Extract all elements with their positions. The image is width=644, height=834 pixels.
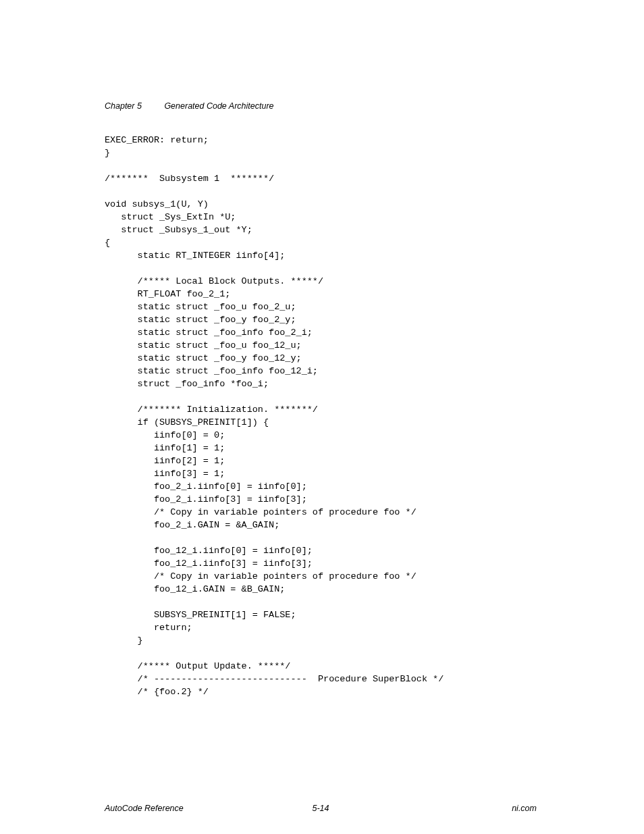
- page-container: Chapter 5 Generated Code Architecture EX…: [0, 0, 644, 834]
- chapter-title: Generated Code Architecture: [164, 101, 273, 111]
- chapter-label: Chapter 5: [105, 101, 142, 111]
- footer-page-number: 5-14: [312, 804, 329, 813]
- page-header: Chapter 5 Generated Code Architecture: [105, 101, 274, 111]
- footer-doc-title: AutoCode Reference: [105, 804, 184, 813]
- code-listing: EXEC_ERROR: return; } /******* Subsystem…: [105, 134, 444, 698]
- footer-site: ni.com: [512, 804, 537, 813]
